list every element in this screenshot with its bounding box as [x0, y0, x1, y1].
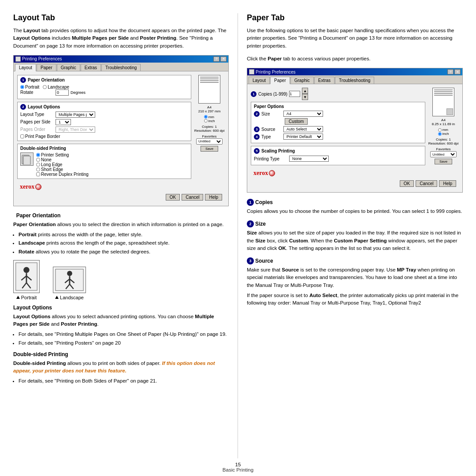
tab-layout[interactable]: Layout	[15, 64, 36, 71]
size-section-title: 2 Size	[247, 220, 463, 227]
size-label: Size	[261, 112, 283, 116]
mm-radio[interactable]: mm	[204, 115, 215, 119]
paper-line-1	[200, 77, 219, 78]
copies-input[interactable]	[289, 91, 300, 97]
paper-help-button[interactable]: Help	[439, 180, 456, 187]
none-radio[interactable]: None	[36, 157, 89, 162]
save-button[interactable]: Save	[201, 146, 218, 152]
paper-favorites-select[interactable]: Untitled	[430, 151, 457, 157]
type-num: 4	[254, 134, 260, 140]
paper-resolution-info: Resolution: 600 dpi	[428, 141, 459, 145]
layout-options-title: 2 Layout Options	[20, 104, 188, 110]
size-section-body: Size allows you to set the size of paper…	[247, 229, 463, 252]
paper-tab-troubleshooting[interactable]: Troubleshooting	[335, 77, 374, 84]
size-select[interactable]: A4	[283, 111, 323, 117]
illustrations: Portrait	[13, 260, 229, 300]
tab-troubleshooting[interactable]: Troubleshooting	[101, 64, 141, 71]
paper-dialog-titlebar: Printing Preferences ? ✕	[247, 68, 462, 75]
page-number: 15	[4, 462, 472, 467]
type-select[interactable]: Printer Default	[283, 134, 323, 140]
paper-cancel-button[interactable]: Cancel	[416, 180, 437, 187]
xerox-ball-icon	[35, 184, 41, 190]
layout-type-select[interactable]: Multiple Pages per Side	[56, 112, 95, 118]
copies-section-body: Copies allows you to choose the number o…	[247, 208, 463, 215]
portrait-label: Portrait	[16, 295, 37, 300]
copies-label: Copies (1-999)	[258, 92, 287, 97]
source-row: 3 Source Auto Select	[254, 126, 422, 132]
layout-type-row: Layout Type Multiple Pages per Side	[20, 112, 188, 118]
dialog-help-btn[interactable]: ?	[213, 56, 219, 62]
pages-per-side-select[interactable]: 1	[56, 119, 71, 125]
tab-paper[interactable]: Paper	[37, 64, 56, 71]
reverse-duplex-check[interactable]: Reverse Duplex Printing	[36, 172, 89, 177]
portrait-triangle-icon	[16, 296, 20, 299]
paper-unit-radios: mm inch	[438, 128, 449, 136]
paper-save-button[interactable]: Save	[435, 159, 452, 164]
size-section-num: 2	[247, 220, 254, 227]
paper-dialog-help-btn[interactable]: ?	[447, 69, 454, 74]
left-intro: The Layout tab provides options to adjus…	[13, 27, 229, 50]
custom-btn[interactable]: Custom	[285, 118, 308, 125]
long-edge-radio[interactable]: Long Edge	[36, 162, 89, 167]
tab-graphic[interactable]: Graphic	[57, 64, 80, 71]
dialog-body: 1 Paper Orientation Portrait	[14, 71, 228, 206]
source-section-body1: Make sure that Source is set to the corr…	[247, 266, 463, 289]
xerox-logo: xerox	[17, 182, 191, 192]
rotate-input[interactable]	[56, 89, 69, 96]
spin-down-btn[interactable]: ▼	[302, 94, 308, 100]
dialog-close-btn[interactable]: ✕	[220, 56, 227, 62]
scaling-section: 5 Scaling Printing Printing Type None	[251, 146, 425, 165]
paper-orientation-bullets: Portrait prints across the width of the …	[19, 231, 229, 256]
printing-type-row: Printing Type None	[254, 156, 422, 162]
paper-right-line-3	[434, 93, 453, 94]
paper-dialog-right-panel: A4 8.25 x 11.69 in mm inch	[428, 88, 459, 178]
paper-mm-radio[interactable]: mm	[438, 128, 449, 132]
paper-right-line-1	[434, 89, 453, 90]
source-section-title: 3 Source	[247, 257, 463, 264]
bullet-nup: For details, see "Printing Multiple Page…	[19, 331, 229, 338]
cancel-button[interactable]: Cancel	[182, 194, 203, 201]
paper-preview-thumb	[446, 108, 453, 115]
printing-type-select[interactable]: None	[289, 156, 329, 162]
source-label: Source	[261, 127, 283, 132]
paper-dialog: Printing Preferences ? ✕ Layout Paper Gr…	[247, 68, 463, 193]
dialog-title-icon	[15, 56, 21, 62]
paper-tab-paper[interactable]: Paper	[270, 77, 290, 84]
paper-tab-layout[interactable]: Layout	[249, 77, 270, 84]
bullet-portrait: Portrait prints across the width of the …	[19, 231, 229, 238]
source-select[interactable]: Auto Select	[283, 126, 323, 132]
page-border-checkbox[interactable]	[20, 134, 24, 138]
layout-options-body: Layout Options allows you to select adva…	[13, 313, 229, 328]
paper-dialog-close-btn[interactable]: ✕	[454, 69, 461, 74]
favorites-select[interactable]: Untitled	[196, 138, 223, 145]
help-button[interactable]: Help	[205, 194, 222, 201]
printing-type-label: Printing Type	[254, 156, 289, 161]
landscape-triangle-icon	[55, 296, 59, 299]
tab-extras[interactable]: Extras	[81, 64, 101, 71]
double-sided-heading: Double-sided Printing	[13, 351, 229, 357]
landscape-illustration: Landscape	[53, 267, 86, 300]
copies-num: 1	[251, 91, 257, 97]
inch-radio[interactable]: inch	[204, 119, 215, 123]
paper-line-3	[200, 80, 219, 81]
landscape-label: Landscape	[55, 295, 84, 300]
spin-up-btn[interactable]: ▲	[302, 88, 308, 94]
ok-button[interactable]: OK	[166, 194, 180, 201]
custom-row: Custom	[254, 118, 422, 125]
paper-tab-extras[interactable]: Extras	[314, 77, 335, 84]
right-xerox-logo: xerox	[251, 168, 425, 178]
svg-rect-1	[23, 156, 30, 165]
size-num: 2	[254, 111, 260, 117]
portrait-illustration: Portrait	[13, 260, 40, 300]
short-edge-radio[interactable]: Short Edge	[36, 167, 89, 172]
portrait-radio[interactable]: Portrait	[20, 85, 39, 89]
paper-ok-button[interactable]: OK	[400, 180, 414, 187]
printer-setting-radio[interactable]: Printer Setting	[36, 152, 89, 157]
reverse-duplex-checkbox[interactable]	[36, 172, 40, 176]
paper-inch-radio[interactable]: inch	[438, 132, 449, 136]
paper-tab-graphic[interactable]: Graphic	[290, 77, 314, 84]
landscape-radio[interactable]: Landscape	[43, 85, 69, 89]
right-xerox-text: xerox	[253, 170, 268, 177]
print-page-border-check[interactable]: Print Page Border	[20, 134, 188, 139]
pages-order-select[interactable]: Right, Then Down	[56, 126, 95, 133]
